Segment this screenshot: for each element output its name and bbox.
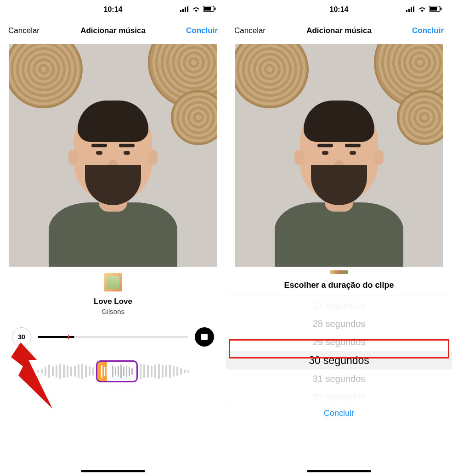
battery-icon (429, 6, 442, 14)
svg-rect-11 (413, 6, 414, 12)
duration-picker[interactable]: 27 segundos 28 segundos 29 segundos 30 s… (226, 296, 452, 401)
svg-rect-13 (430, 7, 437, 11)
picker-done-button[interactable]: Concluir (226, 409, 452, 418)
picker-option[interactable]: 29 segundos (226, 333, 452, 351)
svg-rect-14 (441, 8, 442, 10)
track-title: Love Love (0, 297, 226, 306)
phone-right: 10:14 Cancelar Adicionar música Concluir (226, 0, 452, 476)
album-art[interactable] (104, 273, 122, 291)
photo-preview (9, 44, 217, 267)
svg-rect-8 (406, 10, 407, 12)
phone-left: 10:14 Cancelar Adicionar música Concluir (0, 0, 226, 476)
picker-title: Escolher a duração do clipe (226, 280, 452, 290)
cancel-button[interactable]: Cancelar (234, 26, 266, 35)
svg-rect-10 (411, 7, 412, 12)
stop-icon (201, 334, 208, 340)
home-indicator[interactable] (81, 470, 145, 472)
duration-button[interactable]: 30 (12, 327, 31, 347)
nav-title: Adicionar música (306, 26, 372, 35)
svg-rect-2 (185, 7, 186, 12)
person-portrait (49, 106, 177, 267)
audio-waveform[interactable] (0, 360, 226, 382)
audio-clip-selector[interactable] (96, 360, 138, 382)
battery-icon (203, 6, 216, 14)
home-indicator[interactable] (307, 470, 371, 472)
signal-icon (180, 6, 189, 14)
status-time: 10:14 (104, 6, 123, 14)
svg-rect-0 (180, 10, 181, 12)
picker-option[interactable]: 31 segundos (226, 370, 452, 388)
picker-option[interactable]: 27 segundos (226, 296, 452, 314)
progress-marker (68, 335, 69, 339)
svg-rect-3 (187, 6, 188, 12)
svg-rect-6 (215, 8, 216, 10)
picker-option-selected[interactable]: 30 segundos (226, 351, 452, 370)
done-button[interactable]: Concluir (412, 26, 444, 35)
svg-rect-1 (182, 9, 184, 12)
nav-bar: Cancelar Adicionar música Concluir (226, 19, 452, 42)
status-bar: 10:14 (226, 0, 452, 19)
track-artist: Gilsons (0, 308, 226, 315)
playback-controls: 30 (12, 327, 214, 347)
svg-rect-5 (204, 7, 211, 11)
status-time: 10:14 (330, 6, 349, 14)
svg-rect-9 (408, 9, 410, 12)
stop-button[interactable] (195, 327, 214, 347)
status-bar: 10:14 (0, 0, 226, 19)
wifi-icon (192, 6, 200, 14)
person-portrait (275, 106, 403, 267)
signal-icon (406, 6, 415, 14)
picker-option[interactable]: 32 segundos (226, 388, 452, 401)
nav-title: Adicionar música (80, 26, 146, 35)
photo-preview (235, 44, 443, 267)
cancel-button[interactable]: Cancelar (8, 26, 40, 35)
done-button[interactable]: Concluir (186, 26, 218, 35)
progress-track[interactable] (38, 336, 188, 338)
album-art[interactable] (330, 270, 348, 274)
picker-option[interactable]: 28 segundos (226, 314, 452, 333)
nav-bar: Cancelar Adicionar música Concluir (0, 19, 226, 42)
wifi-icon (418, 6, 426, 14)
